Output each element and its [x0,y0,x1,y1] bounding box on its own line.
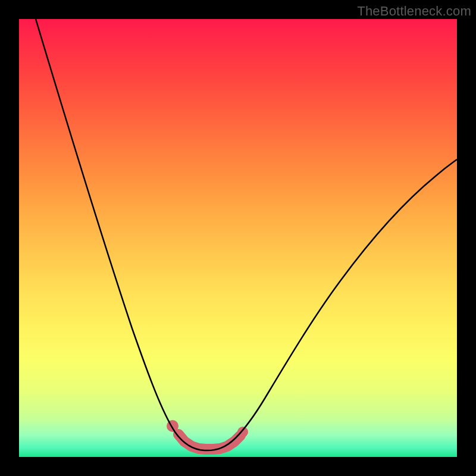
optimal-region-highlight [167,420,248,449]
svg-point-1 [237,427,248,437]
bottleneck-curve-path [36,19,457,450]
bottleneck-curve-svg [19,19,457,457]
chart-frame: TheBottleneck.com [0,0,476,476]
watermark-text: TheBottleneck.com [357,4,471,19]
plot-area [19,19,457,457]
